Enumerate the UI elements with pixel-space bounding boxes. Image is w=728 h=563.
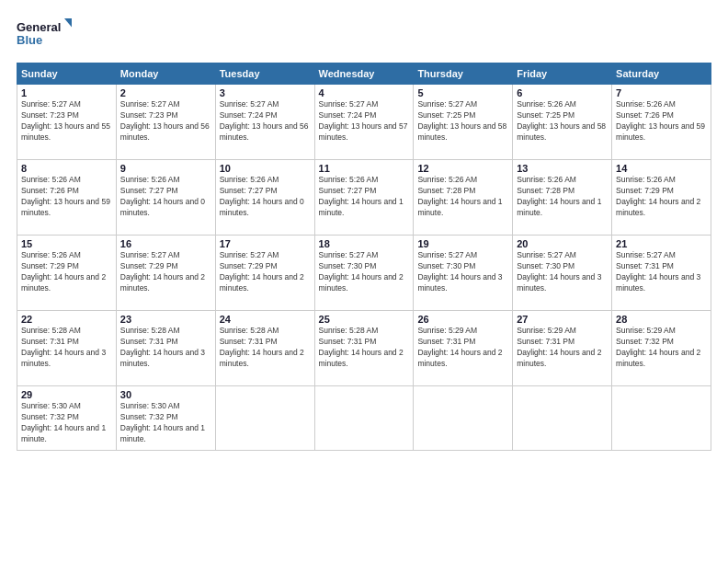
- day-info: Sunrise: 5:26 AMSunset: 7:26 PMDaylight:…: [21, 175, 112, 219]
- table-row: 23 Sunrise: 5:28 AMSunset: 7:31 PMDaylig…: [116, 311, 215, 386]
- day-info: Sunrise: 5:27 AMSunset: 7:29 PMDaylight:…: [120, 250, 211, 294]
- day-number: 12: [417, 163, 508, 174]
- table-row: 8 Sunrise: 5:26 AMSunset: 7:26 PMDayligh…: [17, 160, 117, 236]
- day-number: 15: [21, 238, 112, 249]
- col-friday: Friday: [513, 63, 612, 85]
- day-info: Sunrise: 5:26 AMSunset: 7:25 PMDaylight:…: [517, 99, 608, 144]
- svg-text:General: General: [17, 20, 61, 34]
- empty-cell: [612, 386, 711, 451]
- day-info: Sunrise: 5:27 AMSunset: 7:24 PMDaylight:…: [220, 99, 311, 144]
- day-number: 3: [220, 87, 311, 98]
- calendar-week-row: 1 Sunrise: 5:27 AMSunset: 7:23 PMDayligh…: [17, 85, 711, 160]
- col-monday: Monday: [116, 63, 215, 85]
- page-container: General Blue Sunday Monday Tuesday Wedne…: [0, 0, 728, 563]
- day-info: Sunrise: 5:27 AMSunset: 7:23 PMDaylight:…: [120, 99, 211, 144]
- table-row: 28 Sunrise: 5:29 AMSunset: 7:32 PMDaylig…: [612, 311, 711, 386]
- day-number: 5: [417, 87, 508, 98]
- day-info: Sunrise: 5:28 AMSunset: 7:31 PMDaylight:…: [21, 326, 112, 370]
- day-info: Sunrise: 5:30 AMSunset: 7:32 PMDaylight:…: [120, 401, 211, 445]
- calendar-week-row: 22 Sunrise: 5:28 AMSunset: 7:31 PMDaylig…: [17, 311, 711, 386]
- table-row: 15 Sunrise: 5:26 AMSunset: 7:29 PMDaylig…: [17, 236, 117, 311]
- empty-cell: [314, 386, 414, 451]
- table-row: 25 Sunrise: 5:28 AMSunset: 7:31 PMDaylig…: [314, 311, 414, 386]
- day-number: 21: [616, 238, 707, 249]
- day-info: Sunrise: 5:26 AMSunset: 7:29 PMDaylight:…: [616, 175, 707, 219]
- day-info: Sunrise: 5:27 AMSunset: 7:23 PMDaylight:…: [21, 99, 112, 144]
- calendar-header-row: Sunday Monday Tuesday Wednesday Thursday…: [17, 63, 711, 85]
- table-row: 26 Sunrise: 5:29 AMSunset: 7:31 PMDaylig…: [414, 311, 513, 386]
- day-number: 27: [517, 314, 608, 325]
- empty-cell: [215, 386, 314, 451]
- day-number: 7: [616, 87, 707, 98]
- day-info: Sunrise: 5:27 AMSunset: 7:24 PMDaylight:…: [319, 99, 410, 144]
- svg-text:Blue: Blue: [17, 33, 42, 47]
- day-info: Sunrise: 5:30 AMSunset: 7:32 PMDaylight:…: [21, 401, 112, 445]
- day-info: Sunrise: 5:27 AMSunset: 7:30 PMDaylight:…: [417, 250, 508, 294]
- table-row: 22 Sunrise: 5:28 AMSunset: 7:31 PMDaylig…: [17, 311, 117, 386]
- day-info: Sunrise: 5:27 AMSunset: 7:31 PMDaylight:…: [616, 250, 707, 294]
- day-number: 22: [21, 314, 112, 325]
- logo-svg: General Blue: [17, 17, 72, 53]
- col-wednesday: Wednesday: [314, 63, 414, 85]
- day-number: 24: [220, 314, 311, 325]
- col-sunday: Sunday: [17, 63, 117, 85]
- table-row: 17 Sunrise: 5:27 AMSunset: 7:29 PMDaylig…: [215, 236, 314, 311]
- day-number: 11: [319, 163, 410, 174]
- table-row: 2 Sunrise: 5:27 AMSunset: 7:23 PMDayligh…: [116, 85, 215, 160]
- table-row: 27 Sunrise: 5:29 AMSunset: 7:31 PMDaylig…: [513, 311, 612, 386]
- day-info: Sunrise: 5:29 AMSunset: 7:31 PMDaylight:…: [417, 326, 508, 370]
- day-number: 23: [120, 314, 211, 325]
- day-number: 8: [21, 163, 112, 174]
- day-number: 26: [417, 314, 508, 325]
- col-thursday: Thursday: [414, 63, 513, 85]
- day-info: Sunrise: 5:26 AMSunset: 7:26 PMDaylight:…: [616, 99, 707, 144]
- day-info: Sunrise: 5:28 AMSunset: 7:31 PMDaylight:…: [319, 326, 410, 370]
- day-number: 17: [220, 238, 311, 249]
- day-info: Sunrise: 5:27 AMSunset: 7:25 PMDaylight:…: [417, 99, 508, 144]
- table-row: 29 Sunrise: 5:30 AMSunset: 7:32 PMDaylig…: [17, 386, 117, 451]
- day-number: 30: [120, 389, 211, 400]
- day-number: 2: [120, 87, 211, 98]
- calendar-week-row: 15 Sunrise: 5:26 AMSunset: 7:29 PMDaylig…: [17, 236, 711, 311]
- day-info: Sunrise: 5:26 AMSunset: 7:27 PMDaylight:…: [220, 175, 311, 219]
- day-info: Sunrise: 5:26 AMSunset: 7:27 PMDaylight:…: [319, 175, 410, 219]
- calendar-week-row: 29 Sunrise: 5:30 AMSunset: 7:32 PMDaylig…: [17, 386, 711, 451]
- table-row: 24 Sunrise: 5:28 AMSunset: 7:31 PMDaylig…: [215, 311, 314, 386]
- day-number: 29: [21, 389, 112, 400]
- page-header: General Blue: [17, 17, 711, 53]
- table-row: 6 Sunrise: 5:26 AMSunset: 7:25 PMDayligh…: [513, 85, 612, 160]
- day-info: Sunrise: 5:29 AMSunset: 7:32 PMDaylight:…: [616, 326, 707, 370]
- day-number: 6: [517, 87, 608, 98]
- col-saturday: Saturday: [612, 63, 711, 85]
- empty-cell: [513, 386, 612, 451]
- day-number: 13: [517, 163, 608, 174]
- day-number: 19: [417, 238, 508, 249]
- day-info: Sunrise: 5:27 AMSunset: 7:30 PMDaylight:…: [319, 250, 410, 294]
- day-info: Sunrise: 5:26 AMSunset: 7:29 PMDaylight:…: [21, 250, 112, 294]
- day-info: Sunrise: 5:26 AMSunset: 7:28 PMDaylight:…: [517, 175, 608, 219]
- day-info: Sunrise: 5:27 AMSunset: 7:29 PMDaylight:…: [220, 250, 311, 294]
- day-number: 25: [319, 314, 410, 325]
- day-number: 28: [616, 314, 707, 325]
- day-number: 4: [319, 87, 410, 98]
- day-info: Sunrise: 5:26 AMSunset: 7:28 PMDaylight:…: [417, 175, 508, 219]
- day-number: 20: [517, 238, 608, 249]
- day-number: 9: [120, 163, 211, 174]
- calendar-table: Sunday Monday Tuesday Wednesday Thursday…: [17, 63, 711, 451]
- table-row: 7 Sunrise: 5:26 AMSunset: 7:26 PMDayligh…: [612, 85, 711, 160]
- day-number: 10: [220, 163, 311, 174]
- day-info: Sunrise: 5:28 AMSunset: 7:31 PMDaylight:…: [120, 326, 211, 370]
- empty-cell: [414, 386, 513, 451]
- table-row: 12 Sunrise: 5:26 AMSunset: 7:28 PMDaylig…: [414, 160, 513, 236]
- table-row: 20 Sunrise: 5:27 AMSunset: 7:30 PMDaylig…: [513, 236, 612, 311]
- table-row: 18 Sunrise: 5:27 AMSunset: 7:30 PMDaylig…: [314, 236, 414, 311]
- day-info: Sunrise: 5:29 AMSunset: 7:31 PMDaylight:…: [517, 326, 608, 370]
- table-row: 19 Sunrise: 5:27 AMSunset: 7:30 PMDaylig…: [414, 236, 513, 311]
- table-row: 21 Sunrise: 5:27 AMSunset: 7:31 PMDaylig…: [612, 236, 711, 311]
- col-tuesday: Tuesday: [215, 63, 314, 85]
- day-number: 16: [120, 238, 211, 249]
- calendar-week-row: 8 Sunrise: 5:26 AMSunset: 7:26 PMDayligh…: [17, 160, 711, 236]
- day-info: Sunrise: 5:27 AMSunset: 7:30 PMDaylight:…: [517, 250, 608, 294]
- table-row: 9 Sunrise: 5:26 AMSunset: 7:27 PMDayligh…: [116, 160, 215, 236]
- day-number: 1: [21, 87, 112, 98]
